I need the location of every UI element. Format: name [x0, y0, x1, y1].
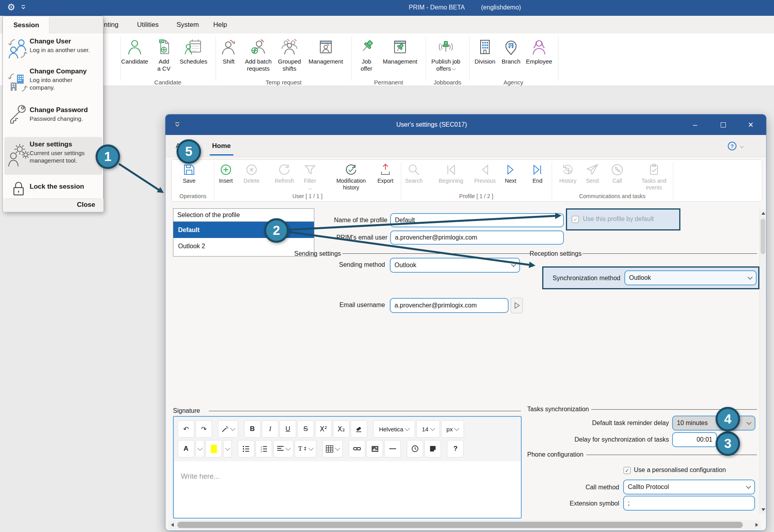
scroll-up-icon[interactable]: [761, 212, 765, 215]
name-of-profile-input[interactable]: Default: [390, 213, 564, 227]
font-unit-dropdown[interactable]: px: [441, 420, 464, 438]
use-default-highlight-box: ✓ Use this profile by default: [566, 208, 680, 230]
close-button[interactable]: Close: [77, 201, 95, 209]
eraser-icon: [355, 425, 363, 433]
align-button[interactable]: [273, 440, 293, 457]
minimize-button[interactable]: –: [687, 118, 703, 132]
bold-button[interactable]: B: [244, 420, 261, 438]
scroll-down-icon[interactable]: [761, 508, 765, 511]
menu-item-change-password[interactable]: Change Password Password changing.: [4, 97, 102, 130]
redo-button[interactable]: ↷: [195, 420, 212, 438]
line-height-button[interactable]: T↕: [295, 440, 316, 457]
ribbon-button-schedules[interactable]: Schedules: [175, 38, 212, 65]
ribbon-button-employee[interactable]: Employee: [521, 38, 557, 65]
add-batch-requests-icon: [250, 38, 267, 56]
lock-icon: [10, 179, 27, 198]
italic-button[interactable]: I: [262, 420, 278, 438]
group-separator: [351, 37, 352, 81]
menu-item-accounting-partial[interactable]: nting: [101, 16, 121, 34]
image-button[interactable]: [366, 440, 383, 457]
menu-item-change-user[interactable]: Change User Log in as another user.: [4, 34, 102, 63]
previous-button: Previous: [469, 163, 501, 184]
menu-item-system[interactable]: System: [174, 16, 201, 34]
clock-button[interactable]: [407, 440, 423, 457]
call-method-dropdown[interactable]: Callto Protocol: [623, 480, 755, 495]
group-separator: [558, 37, 558, 81]
menu-item-change-company[interactable]: Change Company Log into another company.: [4, 63, 102, 97]
menu-item-session[interactable]: Session: [4, 17, 49, 34]
eraser-button[interactable]: [351, 420, 367, 438]
note-button[interactable]: [425, 440, 441, 457]
use-default-checkbox[interactable]: ✓: [572, 216, 579, 223]
undo-button[interactable]: ↶: [178, 420, 194, 438]
signature-line: [209, 411, 521, 411]
menu-item-help[interactable]: Help: [211, 16, 229, 34]
help-chevron-icon[interactable]: [740, 144, 744, 148]
dialog-titlebar[interactable]: User's settings (SEC017) – ×: [165, 114, 766, 135]
change-company-icon: [8, 72, 28, 93]
end-button[interactable]: End: [523, 163, 552, 184]
prim-email-input[interactable]: a.provencher@primlogix.com: [390, 230, 564, 245]
horizontal-scroll-thumb[interactable]: [177, 522, 743, 528]
ribbon-button-job-offer[interactable]: Joboffer: [348, 38, 385, 72]
group-separator: [426, 37, 426, 81]
sending-method-dropdown[interactable]: Outlook: [390, 258, 520, 273]
highlight-color-button[interactable]: [205, 440, 222, 457]
ribbon-button-grouped-shifts[interactable]: Groupedshifts: [271, 38, 308, 72]
signature-content-area[interactable]: Write here...: [175, 461, 521, 518]
numbered-list-button[interactable]: 123: [255, 440, 272, 457]
menu-item-user-settings[interactable]: User settings Current user settings mana…: [4, 137, 102, 175]
vertical-scrollbar[interactable]: [759, 209, 766, 514]
menu-item-utilities[interactable]: Utilities: [135, 16, 161, 34]
ribbon-button-perm-management[interactable]: Management: [382, 38, 418, 65]
ribbon-button-publish-job-offers[interactable]: Publish joboffers: [428, 38, 464, 72]
test-email-button[interactable]: [511, 298, 523, 313]
ribbon-button-temp-management[interactable]: Management: [308, 38, 344, 65]
reminder-delay-dropdown[interactable]: 10 minutes: [672, 416, 755, 431]
close-window-button[interactable]: ×: [742, 118, 759, 132]
table-button[interactable]: [322, 440, 343, 457]
horizontal-scrollbar[interactable]: [169, 520, 761, 530]
horizontal-rule-button[interactable]: —: [384, 440, 401, 457]
modification-history-button[interactable]: Modificationhistory: [329, 163, 373, 191]
font-family-dropdown[interactable]: Helvetica: [373, 420, 415, 438]
email-username-input[interactable]: a.provencher@primlogix.com: [390, 298, 509, 313]
strikethrough-button[interactable]: S: [297, 420, 314, 438]
extension-symbol-input[interactable]: ;: [623, 496, 755, 511]
filter-button: Filter: [295, 163, 325, 192]
font-color-button[interactable]: A: [178, 440, 194, 457]
ribbon-group-permanent: Permanent: [365, 79, 412, 86]
sync-method-dropdown[interactable]: Outlook: [624, 270, 757, 285]
search-button: Search: [399, 163, 429, 184]
superscript-button[interactable]: X²: [315, 420, 332, 438]
help-icon[interactable]: ?: [728, 142, 736, 150]
sync-delay-input[interactable]: 00:01: [672, 432, 717, 447]
underline-button[interactable]: U: [280, 420, 296, 438]
next-button[interactable]: Next: [496, 163, 525, 184]
save-button[interactable]: Save: [174, 163, 204, 184]
bullet-list-button[interactable]: [238, 440, 254, 457]
scroll-right-icon[interactable]: [755, 523, 758, 527]
filter-icon: [303, 163, 317, 176]
font-size-dropdown[interactable]: 14: [416, 420, 440, 438]
highlight-chevron-button[interactable]: [223, 440, 232, 457]
font-color-chevron-button[interactable]: [195, 440, 204, 457]
quick-access-chevron-icon[interactable]: [21, 5, 26, 10]
menu-item-lock-session[interactable]: Lock the session: [4, 180, 102, 197]
delete-icon: [245, 163, 258, 176]
editor-help-button[interactable]: ?: [447, 440, 464, 457]
signature-editor: ↶ ↷ B I U S X² X₂ Helvetica 14: [173, 416, 522, 519]
vertical-scroll-thumb[interactable]: [761, 219, 765, 254]
export-button[interactable]: Export: [374, 163, 397, 184]
callout-badge-5: 5: [177, 139, 201, 164]
tab-home[interactable]: Home: [212, 135, 231, 157]
magic-wand-button[interactable]: [218, 420, 238, 438]
sending-method-label: Sending method: [267, 260, 385, 269]
chevron-down-icon: [335, 446, 340, 451]
subscript-button[interactable]: X₂: [333, 420, 349, 438]
gear-icon[interactable]: ⚙: [7, 2, 15, 12]
maximize-button[interactable]: [715, 118, 731, 132]
personalised-config-checkbox[interactable]: ✓: [624, 467, 631, 474]
link-button[interactable]: [349, 440, 365, 457]
scroll-left-icon[interactable]: [171, 523, 174, 527]
